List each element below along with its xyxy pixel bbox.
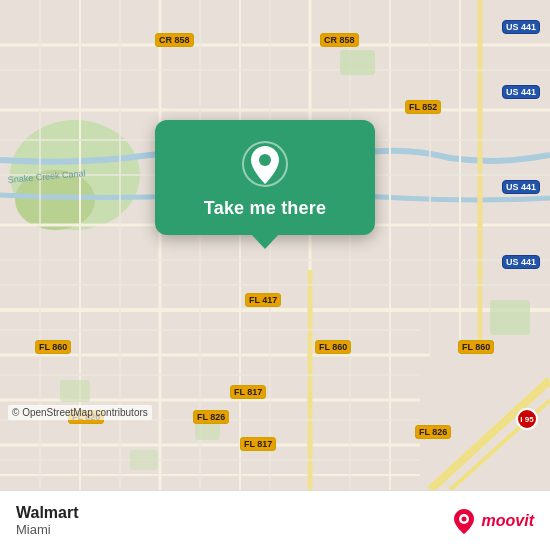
popup-card[interactable]: Take me there (155, 120, 375, 235)
svg-rect-40 (60, 380, 90, 402)
road-badge-fl817-2: FL 817 (240, 437, 276, 451)
road-badge-cr858-1: CR 858 (155, 33, 194, 47)
road-badge-fl852: FL 852 (405, 100, 441, 114)
road-badge-fl817-1: FL 817 (230, 385, 266, 399)
location-name: Walmart (16, 504, 79, 522)
road-badge-fl860-3: FL 860 (458, 340, 494, 354)
location-pin-icon (241, 140, 289, 188)
location-info: Walmart Miami (16, 504, 79, 537)
svg-point-44 (259, 154, 271, 166)
location-city: Miami (16, 522, 79, 537)
road-badge-fl860-2: FL 860 (315, 340, 351, 354)
svg-point-46 (461, 516, 466, 521)
road-badge-us441-2: US 441 (502, 85, 540, 99)
moovit-pin-icon (450, 507, 478, 535)
road-badge-fl860-1: FL 860 (35, 340, 71, 354)
svg-rect-42 (130, 450, 158, 470)
road-badge-cr858-2: CR 858 (320, 33, 359, 47)
road-badge-us441-1: US 441 (502, 20, 540, 34)
svg-rect-41 (490, 300, 530, 335)
road-badge-us441-3: US 441 (502, 180, 540, 194)
map-attribution: © OpenStreetMap contributors (8, 405, 152, 420)
road-badge-fl417: FL 417 (245, 293, 281, 307)
map: Snake Creek Canal US 441 US 441 US 441 U… (0, 0, 550, 490)
road-badge-i95: I 95 (516, 408, 538, 430)
road-badge-us441-4: US 441 (502, 255, 540, 269)
moovit-text: moovit (482, 512, 534, 530)
road-badge-fl826-2: FL 826 (193, 410, 229, 424)
moovit-logo: moovit (450, 507, 534, 535)
road-badge-fl826-3: FL 826 (415, 425, 451, 439)
bottom-bar: Walmart Miami moovit (0, 490, 550, 550)
take-me-there-button[interactable]: Take me there (204, 198, 326, 219)
svg-rect-38 (340, 50, 375, 75)
